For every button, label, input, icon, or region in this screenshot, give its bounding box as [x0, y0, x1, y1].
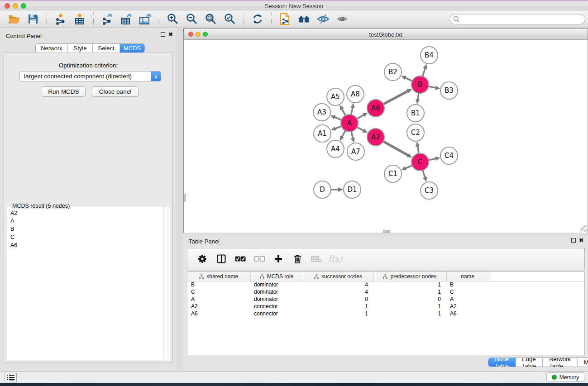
table-row[interactable]: A6connector11A6 [187, 310, 584, 317]
table-row[interactable]: A2connector11A2 [187, 303, 584, 310]
graph-edge-A-A8[interactable] [351, 107, 353, 114]
graph-edge-A-A1[interactable] [335, 126, 341, 129]
tab-network[interactable]: Network [36, 44, 68, 52]
graph-edge-B-B3[interactable] [429, 86, 436, 88]
network-window-titlebar[interactable]: testGlobe.txt [184, 29, 588, 40]
graph-edge-A2-C[interactable] [383, 141, 408, 155]
graph-node-B[interactable]: B [411, 76, 429, 93]
graph-edge-C-C3[interactable] [423, 170, 425, 177]
deselect-all-icon[interactable] [253, 253, 265, 265]
tab-motifs[interactable]: Motifs [578, 358, 588, 367]
graph-node-A8[interactable]: A8 [347, 86, 364, 103]
close-panel-icon[interactable]: ✖ [579, 238, 583, 243]
window-resize-grip[interactable] [581, 225, 587, 232]
graph-node-B1[interactable]: B1 [407, 105, 424, 122]
canvas-vertical-scrollbar[interactable] [184, 194, 186, 201]
run-mcds-button[interactable]: Run MCDS [42, 86, 86, 97]
close-panel-button[interactable]: Close panel [92, 86, 139, 97]
save-session-icon[interactable] [27, 13, 39, 25]
graph-node-C2[interactable]: C2 [407, 124, 424, 141]
maximize-window-button[interactable] [21, 3, 26, 9]
graph-edge-A-A5[interactable] [342, 109, 345, 115]
graph-edge-B-B1[interactable] [418, 93, 419, 100]
zoom-fit-icon[interactable] [205, 13, 217, 25]
tab-network-table[interactable]: Network Table [543, 358, 578, 367]
mcds-result-item[interactable]: B [8, 225, 163, 234]
graph-node-A1[interactable]: A1 [314, 125, 331, 142]
memory-button[interactable]: Memory [546, 372, 584, 382]
minimize-window-button[interactable] [13, 3, 18, 9]
graph-edge-B-B4[interactable] [423, 68, 425, 76]
graph-node-A5[interactable]: A5 [327, 88, 344, 105]
hide-eye-icon[interactable] [317, 13, 330, 25]
zoom-in-icon[interactable] [167, 13, 179, 25]
tab-mcds[interactable]: MCDS [120, 44, 144, 52]
close-panel-icon[interactable]: ✖ [168, 32, 173, 37]
graph-node-D1[interactable]: D1 [344, 181, 361, 198]
table-row[interactable]: Cdominator41C [187, 288, 584, 295]
graph-edge-A-A3[interactable] [335, 117, 341, 120]
column-header-successor-nodes[interactable]: successor nodes [303, 272, 373, 281]
float-panel-icon[interactable] [571, 238, 576, 243]
column-header-name[interactable]: name [446, 272, 489, 281]
graph-node-C1[interactable]: C1 [384, 165, 402, 182]
column-header-shared-name[interactable]: shared name [187, 272, 250, 281]
graph-edge-A-A7[interactable] [351, 132, 353, 138]
show-eye-icon[interactable] [336, 13, 349, 25]
graph-edge-C-C4[interactable] [429, 158, 436, 160]
float-panel-icon[interactable] [161, 32, 165, 37]
canvas-horizontal-scrollbar[interactable] [383, 230, 390, 233]
tab-select[interactable]: Select [93, 44, 120, 52]
graph-edge-C-C2[interactable] [418, 146, 419, 154]
settings-gear-icon[interactable] [196, 253, 208, 265]
refresh-layout-icon[interactable] [251, 13, 264, 25]
graph-node-C[interactable]: C [411, 153, 429, 171]
criterion-select[interactable]: largest connected component (directed) ▲… [19, 71, 161, 81]
network-document-icon[interactable] [279, 13, 292, 25]
delete-table-icon[interactable] [311, 253, 322, 265]
tab-edge-table[interactable]: Edge Table [516, 358, 543, 367]
graph-node-A4[interactable]: A4 [327, 140, 344, 157]
network-canvas[interactable]: AA1A2A3A4A5A6A7A8BB1B2B3B4CC1C2C3C4DD1 [184, 40, 588, 233]
columns-layout-icon[interactable] [215, 253, 227, 265]
mcds-result-item[interactable]: C [8, 234, 163, 242]
zoom-selected-icon[interactable] [224, 13, 236, 25]
result-list-scrollbar[interactable] [163, 207, 169, 359]
delete-column-icon[interactable] [292, 253, 303, 265]
graph-edge-A-A6[interactable] [357, 115, 364, 119]
search-input[interactable] [449, 14, 585, 24]
home-view-icon[interactable] [298, 13, 311, 25]
graph-edge-B-B2[interactable] [405, 78, 412, 81]
graph-node-A3[interactable]: A3 [313, 104, 330, 121]
graph-node-D[interactable]: D [314, 181, 331, 198]
mcds-result-list[interactable]: A2ABCA6 [8, 209, 163, 359]
graph-node-B2[interactable]: B2 [384, 63, 402, 81]
import-network-icon[interactable] [54, 13, 67, 25]
add-column-icon[interactable] [272, 253, 284, 265]
mcds-result-item[interactable]: A [8, 217, 163, 225]
mcds-result-item[interactable]: A6 [8, 242, 163, 250]
tab-style[interactable]: Style [68, 44, 93, 52]
graph-node-C4[interactable]: C4 [440, 147, 458, 164]
table-row[interactable]: Adominator80A [187, 295, 584, 303]
graph-edge-A6-B[interactable] [383, 91, 408, 104]
export-network-icon[interactable] [101, 13, 114, 25]
open-session-icon[interactable] [8, 13, 20, 25]
close-window-button[interactable] [5, 3, 10, 9]
graph-node-B3[interactable]: B3 [440, 82, 458, 99]
graph-node-B4[interactable]: B4 [421, 47, 438, 64]
graph-edge-C-C1[interactable] [406, 166, 412, 169]
graph-node-A2[interactable]: A2 [367, 129, 384, 146]
export-image-icon[interactable] [139, 13, 152, 25]
graph-edge-A-A2[interactable] [357, 127, 364, 131]
zoom-out-icon[interactable] [186, 13, 198, 25]
table-row[interactable]: Bdominator41B [187, 281, 584, 288]
graph-node-A6[interactable]: A6 [367, 100, 384, 117]
graph-node-A7[interactable]: A7 [347, 143, 364, 160]
tab-node-table[interactable]: Node Table [488, 358, 516, 367]
task-history-button[interactable] [5, 373, 17, 382]
graph-node-C3[interactable]: C3 [421, 182, 438, 199]
column-header-predecessor-nodes[interactable]: predecessor nodes [373, 272, 446, 281]
graph-node-A[interactable]: A [341, 114, 358, 132]
graph-edge-A-A4[interactable] [342, 131, 345, 137]
